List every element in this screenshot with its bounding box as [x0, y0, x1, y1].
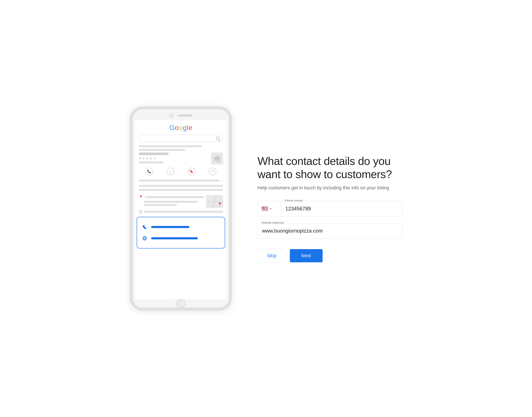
- chevron-down-icon: ▾: [270, 207, 271, 210]
- stripe-3: [262, 208, 268, 208]
- globe-svg-icon: [142, 236, 147, 241]
- next-button[interactable]: Next: [290, 249, 323, 262]
- phone-mockup: Google ★ ★ ★ ★ ★: [130, 106, 232, 311]
- row-line: [139, 185, 223, 187]
- stars-row: ★ ★ ★ ★ ★: [139, 157, 209, 160]
- phone-speaker: [178, 115, 193, 117]
- row-arrow: ›: [222, 178, 223, 183]
- star-1: ★: [139, 157, 142, 160]
- phone-actions-row: 📞 ◇ 🔖 ↺: [139, 168, 223, 175]
- form-side: What contact details do you want to show…: [258, 155, 402, 263]
- svg-marker-3: [213, 156, 221, 158]
- phone-number-input[interactable]: [281, 201, 402, 216]
- address-line2: [144, 201, 198, 203]
- skip-button[interactable]: Skip: [258, 249, 286, 262]
- svg-rect-2: [218, 160, 219, 161]
- logo-o1: o: [175, 124, 179, 132]
- web-contact-line: [151, 237, 198, 239]
- form-subtitle: Help customers get in touch by including…: [258, 185, 402, 191]
- map-section: 📍 📍: [139, 195, 223, 208]
- row-line: [139, 189, 223, 191]
- phone-number-label: Phone number: [284, 199, 304, 202]
- biz-sub-line: [139, 161, 163, 163]
- phone-search-input: [142, 136, 214, 140]
- page-container: Google ★ ★ ★ ★ ★: [0, 0, 532, 417]
- phone-row-2: [139, 185, 223, 187]
- placeholder-line: [139, 145, 202, 147]
- directions-action: ◇: [167, 168, 174, 175]
- phone-input-group: ▾ Phone number: [258, 201, 402, 217]
- us-flag: [261, 207, 268, 211]
- phone-contact-row: [142, 221, 220, 233]
- star-2: ★: [142, 157, 145, 160]
- biz-info: ★ ★ ★ ★ ★: [139, 153, 209, 165]
- call-action: 📞: [146, 168, 153, 175]
- phone-side-button: [231, 156, 232, 167]
- address-line3: [144, 204, 177, 206]
- stripe-5: [262, 209, 268, 209]
- phone-svg-icon: [142, 225, 147, 229]
- biz-name-bar: [139, 153, 168, 155]
- map-thumbnail: 📍: [206, 195, 223, 208]
- star-3: ★: [146, 157, 149, 160]
- logo-e: e: [188, 124, 193, 132]
- search-icon: [216, 136, 220, 140]
- stripe-7: [262, 210, 268, 210]
- logo-G: G: [169, 124, 175, 132]
- star-5: ★: [153, 157, 156, 160]
- svg-rect-1: [215, 160, 217, 162]
- placeholder-line: [139, 149, 185, 151]
- phone-number-field-wrap: Phone number: [281, 201, 402, 216]
- logo-o2: o: [179, 124, 183, 132]
- shop-svg: [213, 154, 221, 163]
- svg-text:📍: 📍: [218, 202, 222, 207]
- website-field-wrap: Website (optional): [258, 223, 402, 239]
- globe-icon: [142, 235, 148, 241]
- phone-more-rows: ›: [139, 178, 223, 193]
- stripe-1: [262, 207, 268, 207]
- map-text-lines: 📍: [139, 195, 204, 208]
- phone-screen: Google ★ ★ ★ ★ ★: [135, 120, 227, 299]
- star-4: ★: [150, 157, 153, 160]
- phone-contact-card: [137, 217, 225, 249]
- country-selector[interactable]: ▾: [258, 201, 281, 216]
- website-input[interactable]: [258, 223, 402, 239]
- phone-camera: [169, 113, 174, 118]
- phone-top-bar: [133, 109, 229, 120]
- more-action: ↺: [209, 168, 216, 175]
- phone-search-bar[interactable]: [139, 135, 223, 142]
- row-line: [139, 179, 219, 181]
- address-line: [145, 196, 204, 198]
- hours-line: [144, 211, 223, 213]
- google-logo: Google: [139, 124, 223, 132]
- logo-g: g: [183, 124, 187, 132]
- phone-row-3: [139, 189, 223, 191]
- phone-home-button[interactable]: [177, 299, 185, 308]
- map-svg: 📍: [206, 195, 223, 208]
- website-field-label: Website (optional): [261, 221, 285, 224]
- buttons-row: Skip Next: [258, 249, 402, 262]
- form-title: What contact details do you want to show…: [258, 155, 402, 181]
- stripe-8: [262, 211, 268, 211]
- phone-icon: [142, 224, 148, 230]
- phone-row-1: ›: [139, 178, 223, 183]
- phone-biz-card: ★ ★ ★ ★ ★: [139, 153, 223, 165]
- web-contact-row: [142, 233, 220, 244]
- logo-l: l: [187, 124, 188, 132]
- phone-contact-line: [151, 226, 189, 228]
- save-action: 🔖: [188, 168, 195, 175]
- phone-bottom-bar: [133, 299, 229, 308]
- shop-icon: [211, 153, 223, 165]
